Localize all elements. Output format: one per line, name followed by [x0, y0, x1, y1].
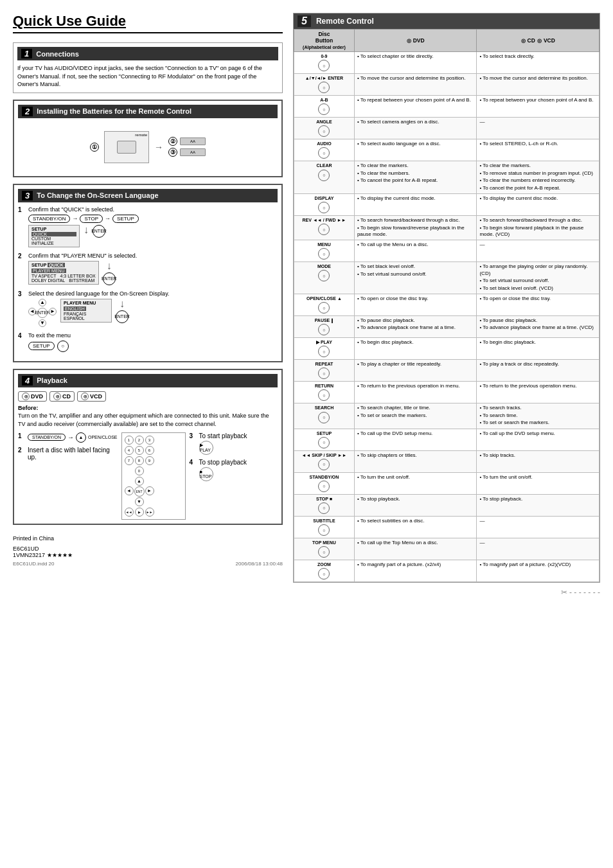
button-cell-6: DISPLAY○	[294, 194, 355, 216]
connections-number: 1	[21, 49, 32, 58]
btn-label-10: OPEN/CLOSE ▲	[297, 296, 351, 301]
btn-icon-19: ○	[318, 502, 330, 514]
playback-header: 4 Playback	[18, 374, 278, 387]
language-header: 3 To Change the On-Screen Language	[18, 189, 278, 202]
quick-label: QUICK	[31, 232, 76, 236]
btn-icon-0: ○	[318, 60, 330, 71]
btn-icon-13: ○	[318, 368, 330, 379]
setup-label: SETUP	[31, 227, 76, 231]
cd-text: CD	[62, 393, 71, 400]
cd-vcd-cell-9: • To arrange the playing order or play r…	[477, 262, 600, 294]
btn-icon-16: ○	[318, 437, 330, 448]
batteries-diagram: ① remote → ② AA ③ AA	[18, 122, 278, 172]
num-btn-0: 0	[135, 466, 144, 475]
btn-icon-22: ○	[318, 568, 330, 580]
btn-icon-9: ○	[318, 270, 330, 281]
vcd-disc-sym: ◎	[537, 38, 542, 44]
btn-label-8: MENU	[297, 242, 351, 247]
button-cell-1: ▲/▼/◄/► ENTER○	[294, 74, 355, 96]
btn-label-22: ZOOM	[297, 562, 351, 567]
language-step-1: 1 Confirm that "QUICK" is selected. STAN…	[18, 206, 278, 247]
num-btn-8: 8	[135, 456, 144, 465]
ctrl-btn-b: ▶	[135, 508, 144, 517]
cd-vcd-cell-10: • To open or close the disc tray.	[477, 294, 600, 315]
enter-nav: ENT	[134, 486, 145, 497]
button-cell-21: TOP MENU○	[294, 538, 355, 560]
table-row: ANGLE○• To select camera angles on a dis…	[294, 118, 600, 139]
playback-step-4: 4 To stop playback ■ STOP	[190, 459, 278, 481]
button-cell-13: REPEAT○	[294, 360, 355, 382]
num-btn-5: 5	[135, 446, 144, 455]
player-menu-label: PLAYER MENU	[31, 269, 66, 273]
table-row: 0-9○• To select chapter or title directl…	[294, 52, 600, 74]
btn-icon-10: ○	[318, 302, 330, 314]
dvd-cell-16: • To call up the DVD setup menu.	[354, 429, 477, 450]
before-label: Before:	[18, 405, 39, 411]
connections-header: 1 Connections	[17, 47, 278, 60]
button-cell-15: SEARCH○	[294, 403, 355, 429]
spacer-2	[145, 466, 154, 475]
cd-vcd-cell-4: • To select STEREO, L-ch or R-ch.	[477, 139, 600, 161]
file-date: 2006/08/18 13:00:48	[236, 561, 283, 567]
table-row: A-B○• To repeat between your chosen poin…	[294, 96, 600, 118]
printed-in: Printed in China	[13, 535, 283, 542]
btn-label-6: DISPLAY	[297, 195, 351, 201]
battery-label-2: ②	[168, 137, 177, 146]
table-row: SETUP○• To call up the DVD setup menu.• …	[294, 429, 600, 450]
cd-vcd-cell-17: • To skip tracks.	[477, 450, 600, 472]
connections-section: 1 Connections If your TV has AUDIO/VIDEO…	[13, 42, 283, 93]
page-title: Quick Use Guide	[13, 13, 283, 33]
table-row: AUDIO○• To select audio language on a di…	[294, 139, 600, 161]
dvd-logo: ◎ DVD	[18, 391, 47, 402]
btn-icon-17: ○	[318, 459, 330, 470]
button-cell-14: RETURN○	[294, 382, 355, 403]
stop-btn-play: ■ STOP	[199, 467, 213, 481]
table-row: ZOOM○• To magnify part of a picture. (x2…	[294, 560, 600, 582]
button-cell-11: PAUSE ‖○	[294, 316, 355, 338]
playback-step-1: 1 STANDBY/ON → ▲ OPEN/CLOSE	[18, 432, 118, 443]
menu-row: TV ASPECT 4:3 LETTER BOX	[31, 274, 96, 278]
enter-center-btn: ENTER	[37, 308, 48, 318]
btn-label-20: SUBTITLE	[297, 518, 351, 524]
cd-header-text: CD	[528, 37, 535, 44]
standby-btn: STANDBY/ON	[28, 215, 70, 223]
th-button: Disc Button(Alphabetical order)	[294, 30, 355, 52]
table-row: CLEAR○• To clear the markers.• To clear …	[294, 161, 600, 194]
language-section: 3 To Change the On-Screen Language 1 Con…	[13, 184, 283, 362]
button-cell-9: MODE○	[294, 262, 355, 294]
playback-before-text: Before: Turn on the TV, amplifier and an…	[18, 404, 278, 429]
remote-table: Disc Button(Alphabetical order) ◎ DVD ◎	[294, 29, 600, 582]
language-step-4: 4 To exit the menu SETUP ○	[18, 332, 278, 352]
step-3-text: Select the desired language for the On-S…	[28, 290, 278, 297]
tv-aspect-label: TV ASPECT	[31, 274, 57, 278]
language-number: 3	[22, 191, 33, 200]
right-column: 5 Remote Control Disc Button(Alphabetica…	[293, 13, 600, 597]
connections-text: If your TV has AUDIO/VIDEO input jacks, …	[17, 64, 278, 89]
setup-label-2: SETUP QUICK	[31, 263, 96, 267]
remote-table-body: 0-9○• To select chapter or title directl…	[294, 52, 600, 582]
dolby-label: DOLBY DIGITAL	[31, 278, 65, 283]
setup-exit-btn: SETUP	[28, 342, 55, 350]
standby-play-btn: STANDBY/ON	[28, 434, 66, 441]
dvd-text: DVD	[31, 393, 43, 400]
dvd-cell-9: • To set black level on/off.• To set vir…	[354, 262, 477, 294]
num-btn-6: 6	[145, 446, 154, 455]
step-2-content: Confirm that "PLAYER MENU" is selected. …	[28, 252, 278, 285]
enter-btn-1: ENTER	[93, 225, 105, 238]
table-row: REV ◄◄ / FWD ►►○• To search forward/back…	[294, 216, 600, 240]
play-step-2-num: 2	[18, 447, 26, 454]
part-number: 1VMN23217 ★★★★★	[13, 552, 283, 558]
stop-btn: STOP	[80, 215, 103, 223]
footer-info: E6C61UD.indd 20 2006/08/18 13:00:48	[13, 561, 283, 567]
model-number: E6C61UD	[13, 545, 283, 552]
btn-label-16: SETUP	[297, 430, 351, 436]
batteries-header: 2 Installing the Batteries for the Remot…	[18, 105, 278, 118]
arrow-down-2: ↓	[107, 261, 112, 271]
arrow-play-1: →	[67, 434, 74, 441]
table-row: SEARCH○• To search chapter, title or tim…	[294, 403, 600, 429]
dvd-cell-17: • To skip chapters or titles.	[354, 450, 477, 472]
cd-vcd-cell-6: • To display the current disc mode.	[477, 194, 600, 216]
cd-vcd-cell-13: • To play a track or disc repeatedly.	[477, 360, 600, 382]
btn-icon-1: ○	[318, 82, 330, 93]
button-cell-12: ▶ PLAY○	[294, 338, 355, 360]
